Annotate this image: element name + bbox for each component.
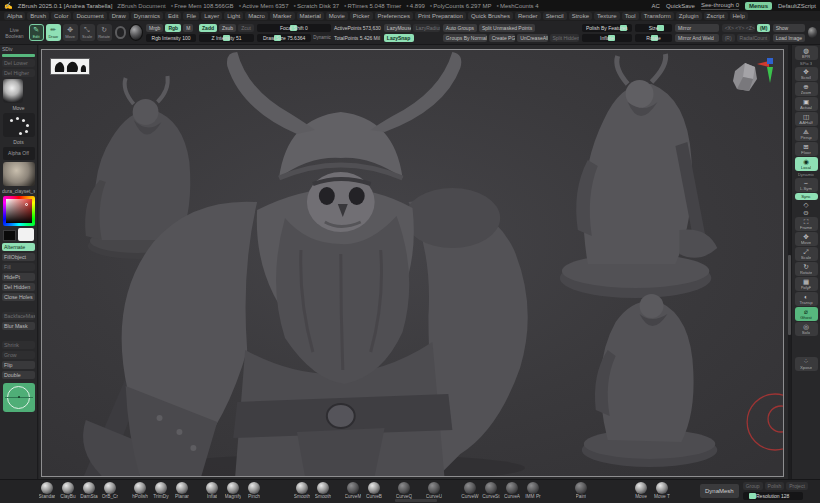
- dynamesh-resolution-slider[interactable]: Resolution 128: [743, 492, 803, 500]
- rotate-mode-button[interactable]: ↻ Rotate: [97, 24, 112, 41]
- shrink-button[interactable]: Shrink: [2, 341, 35, 349]
- auto-groups-button[interactable]: Auto Groups: [443, 24, 477, 32]
- brush-slot[interactable]: Move T: [652, 482, 672, 500]
- mirror-button[interactable]: Mirror: [675, 24, 719, 32]
- brush-slot[interactable]: Inflat: [202, 482, 222, 500]
- inflate-slider[interactable]: Inflate: [582, 34, 632, 42]
- move-nav-button[interactable]: ✥ Move: [795, 232, 818, 246]
- stroke-thumbnail[interactable]: [3, 113, 35, 137]
- brush-slot[interactable]: CurveA: [502, 482, 522, 500]
- rgb-intensity-slider[interactable]: Rgb Intensity 100: [146, 34, 196, 42]
- zsub-button[interactable]: Zsub: [219, 24, 236, 32]
- menu-item[interactable]: Stencil: [543, 12, 567, 20]
- dynamesh-toggle[interactable]: Project: [786, 482, 808, 490]
- transp-button[interactable]: ◐ Transp: [795, 292, 818, 306]
- zadd-button[interactable]: Zadd: [199, 24, 217, 32]
- flip-button[interactable]: Flip: [2, 361, 35, 369]
- brush-slot[interactable]: CurveU: [424, 482, 444, 500]
- scale-mode-button[interactable]: ⤡ Scale: [80, 24, 95, 41]
- fillobject-button[interactable]: FillObject: [2, 253, 35, 261]
- sdiv-slider[interactable]: [2, 54, 35, 57]
- menu-item[interactable]: Preferences: [375, 12, 413, 20]
- load-image-button[interactable]: Load Image: [773, 34, 805, 42]
- persp-button[interactable]: ⟁ Persp: [795, 127, 818, 141]
- groups-by-normals-button[interactable]: Groups By Normals: [443, 34, 487, 42]
- dynamic-draw-size-toggle[interactable]: Dynamic: [313, 35, 331, 40]
- alternate-button[interactable]: Alternate: [2, 243, 35, 251]
- draw-size-slider[interactable]: Draw Size 75.6364: [257, 34, 311, 42]
- xpose-button[interactable]: ⁘ Xpose: [795, 357, 818, 371]
- r-toggle[interactable]: (R): [722, 34, 735, 42]
- zoom-button[interactable]: ⊕ Zoom: [795, 82, 818, 96]
- sync-button[interactable]: Sync: [795, 193, 818, 200]
- solo-button[interactable]: ◎ Solo: [795, 322, 818, 336]
- brush-slot[interactable]: IMM Pr: [523, 482, 543, 500]
- rgb-button[interactable]: Rgb: [165, 24, 181, 32]
- del-lower-button[interactable]: Del Lower: [2, 59, 35, 67]
- menu-item[interactable]: Brush: [27, 12, 49, 20]
- frame-button[interactable]: ⛶ Frame: [795, 217, 818, 231]
- menu-item[interactable]: Edit: [165, 12, 181, 20]
- ghost-button[interactable]: ⌀ Ghost: [795, 307, 818, 321]
- close-holes-button[interactable]: Close Holes: [2, 293, 35, 301]
- zcut-button[interactable]: Zcut: [238, 24, 254, 32]
- menu-item[interactable]: Tool: [622, 12, 639, 20]
- double-button[interactable]: Double: [2, 371, 35, 379]
- backfacemask-button[interactable]: BackfaceMask: [2, 312, 35, 320]
- menus-toggle-button[interactable]: Menus: [745, 2, 772, 10]
- sculpt-canvas[interactable]: [41, 49, 784, 477]
- brush-slot[interactable]: CurveSt: [481, 482, 501, 500]
- secondary-color-swatch[interactable]: [3, 230, 16, 241]
- edit-mode-button[interactable]: ✎ Edit: [29, 24, 44, 41]
- menu-item[interactable]: Quick Brushes: [468, 12, 513, 20]
- current-material-ball[interactable]: [129, 24, 143, 41]
- brush-slot[interactable]: ClayBu: [58, 482, 78, 500]
- menu-item[interactable]: Stroke: [569, 12, 592, 20]
- menu-item[interactable]: Print Preparation: [415, 12, 466, 20]
- quicksave-button[interactable]: QuickSave: [666, 3, 695, 9]
- create-pg-button[interactable]: Create PG: [489, 34, 515, 42]
- brush-slot[interactable]: DamSta: [79, 482, 99, 500]
- hidept-button[interactable]: HidePt: [2, 273, 35, 281]
- local-button[interactable]: ◉ Local: [795, 157, 818, 171]
- mirror-axes-buttons[interactable]: <X> <Y> <Z>: [722, 24, 755, 32]
- polyf-button[interactable]: ▦ PolyF: [795, 277, 818, 291]
- rotate-slider[interactable]: Rotate: [635, 34, 672, 42]
- mirror-and-weld-button[interactable]: Mirror And Weld: [675, 34, 719, 42]
- magnify-icon[interactable]: ⊙: [795, 209, 818, 216]
- default-zscript-button[interactable]: DefaultZScript: [778, 3, 816, 9]
- split-unmasked-points-button[interactable]: Split Unmasked Points: [479, 24, 535, 32]
- current-brush-thumbnail[interactable]: [3, 79, 23, 103]
- current-brush-icon[interactable]: [115, 26, 126, 39]
- tray-resize-handle[interactable]: [395, 499, 437, 502]
- menu-item[interactable]: Draw: [109, 12, 129, 20]
- menu-item[interactable]: Transform: [641, 12, 674, 20]
- menu-item[interactable]: Layer: [201, 12, 222, 20]
- menu-item[interactable]: Document: [73, 12, 106, 20]
- material-thumbnail[interactable]: [3, 162, 35, 186]
- brush-slot[interactable]: Smooth: [292, 482, 312, 500]
- size-slider[interactable]: Size: [635, 24, 672, 32]
- m-merge-toggle[interactable]: (M): [757, 24, 770, 32]
- scale-nav-button[interactable]: ⤢ Scale: [795, 247, 818, 261]
- brush-slot[interactable]: Planar: [172, 482, 192, 500]
- lazysnap-button[interactable]: LazySnap: [384, 34, 414, 42]
- brush-slot[interactable]: Magnify: [223, 482, 243, 500]
- move-mode-button[interactable]: ✥ Move: [63, 24, 78, 41]
- mrgb-button[interactable]: Mrgb: [146, 24, 163, 32]
- brush-slot[interactable]: hPolish: [130, 482, 150, 500]
- del-higher-button[interactable]: Del Higher: [2, 69, 35, 77]
- dynamesh-toggle[interactable]: Polish: [765, 482, 785, 490]
- dynamic-label[interactable]: Dynamic: [795, 172, 818, 177]
- brush-slot[interactable]: CurveW: [460, 482, 480, 500]
- primary-color-swatch[interactable]: [18, 228, 34, 241]
- brush-slot[interactable]: Standar: [37, 482, 57, 500]
- blur-mask-button[interactable]: Blur Mask: [2, 322, 35, 330]
- brush-slot[interactable]: OrB_Cr: [100, 482, 120, 500]
- menu-item[interactable]: Zplugin: [676, 12, 702, 20]
- brush-slot[interactable]: CurveM: [343, 482, 363, 500]
- menu-item[interactable]: Render: [515, 12, 541, 20]
- radial-count-slider[interactable]: RadialCount: [737, 34, 770, 42]
- focal-shift-slider[interactable]: Focal Shift 0: [257, 24, 331, 32]
- color-picker[interactable]: [3, 196, 35, 226]
